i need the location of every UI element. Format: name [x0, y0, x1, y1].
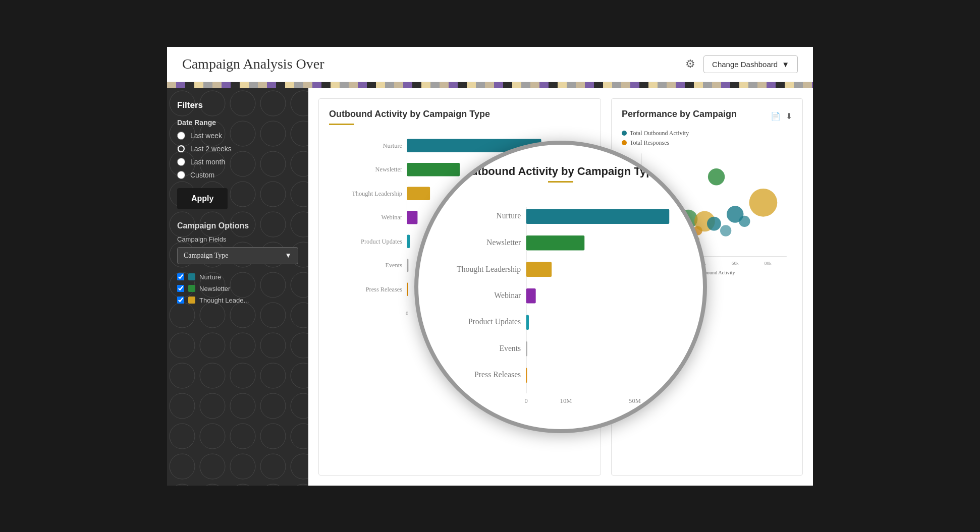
- responses-legend-dot: [622, 140, 627, 145]
- svg-point-51: [648, 238, 653, 242]
- chart-icon-group: 📄 ⬇: [771, 111, 792, 121]
- scatter-chart-card: Performance by Campaign 📄 ⬇ Total Outbou…: [611, 98, 803, 476]
- filters-title: Filters: [177, 100, 298, 110]
- bar-chart-card: Outbound Activity by Campaign Type Nurtu…: [318, 98, 601, 476]
- svg-rect-9: [407, 162, 460, 176]
- svg-rect-11: [407, 210, 418, 224]
- radio-last-month[interactable]: Last month: [177, 158, 298, 166]
- main-content: Outbound Activity by Campaign Type Nurtu…: [308, 88, 813, 486]
- bar-chart: Nurture Newsletter Thought Leadership We…: [329, 133, 590, 325]
- scatter-chart-header: Performance by Campaign 📄 ⬇: [622, 109, 792, 124]
- main-window: Campaign Analysis Over ⚙ Change Dashboar…: [167, 47, 813, 486]
- gear-button[interactable]: ⚙: [685, 57, 695, 71]
- change-dashboard-button[interactable]: Change Dashboard ▼: [703, 55, 798, 73]
- svg-text:40k: 40k: [699, 261, 706, 266]
- thought-leadership-color-swatch: [188, 297, 195, 304]
- svg-point-30: [708, 168, 725, 185]
- svg-point-43: [707, 216, 721, 230]
- page-title: Campaign Analysis Over: [182, 56, 324, 72]
- svg-text:Press Releases: Press Releases: [366, 285, 403, 292]
- bar-chart-title: Outbound Activity by Campaign Type: [329, 109, 590, 120]
- svg-point-47: [660, 247, 670, 257]
- dropdown-chevron-icon: ▼: [285, 252, 292, 260]
- svg-text:Webinar: Webinar: [381, 214, 402, 221]
- newsletter-color-swatch: [188, 285, 195, 292]
- svg-point-52: [655, 229, 661, 234]
- scatter-chart-title: Performance by Campaign: [622, 109, 737, 120]
- svg-text:80k: 80k: [765, 261, 772, 266]
- svg-rect-13: [407, 258, 409, 272]
- radio-custom[interactable]: Custom: [177, 171, 298, 179]
- svg-text:Thought Leadership: Thought Leadership: [352, 190, 402, 197]
- svg-point-49: [671, 234, 686, 250]
- svg-text:10M: 10M: [449, 311, 459, 316]
- date-range-label: Date Range: [177, 119, 298, 127]
- svg-point-45: [720, 225, 731, 236]
- svg-point-54: [739, 215, 750, 226]
- svg-point-44: [749, 188, 778, 216]
- legend-responses: Total Responses: [622, 139, 792, 147]
- svg-point-46: [649, 241, 662, 254]
- decorative-bar: [167, 82, 813, 88]
- svg-text:0: 0: [406, 311, 408, 316]
- scatter-chart-svg: 0 1k 2k 0 20k 40k 60k 80k Total Inbound …: [622, 149, 792, 280]
- date-range-group: Last week Last 2 weeks Last month Custom: [177, 132, 298, 179]
- nurture-color-swatch: [188, 273, 195, 280]
- checkbox-thought-leadership[interactable]: Thought Leade...: [177, 297, 298, 304]
- svg-rect-14: [407, 282, 408, 296]
- svg-text:60k: 60k: [732, 261, 739, 266]
- svg-rect-12: [407, 234, 410, 248]
- header: Campaign Analysis Over ⚙ Change Dashboar…: [167, 47, 813, 82]
- svg-text:60M: 60M: [536, 311, 547, 316]
- svg-rect-10: [407, 187, 430, 200]
- svg-text:20k: 20k: [666, 261, 673, 266]
- content-area: Filters Date Range Last week Last 2 week…: [167, 88, 813, 486]
- campaign-checkbox-list: Nurture Newsletter Thought Leade...: [177, 273, 298, 304]
- header-actions: ⚙ Change Dashboard ▼: [685, 55, 798, 73]
- campaign-options-title: Campaign Options: [177, 221, 298, 230]
- svg-point-50: [691, 235, 699, 244]
- download-icon-button[interactable]: ⬇: [786, 111, 792, 121]
- bar-chart-svg: Nurture Newsletter Thought Leadership We…: [329, 133, 590, 325]
- svg-text:0: 0: [637, 253, 640, 258]
- svg-text:50M: 50M: [517, 311, 527, 316]
- charts-row: Outbound Activity by Campaign Type Nurtu…: [318, 98, 803, 476]
- svg-text:1k: 1k: [635, 222, 640, 227]
- svg-text:Nurture: Nurture: [383, 142, 403, 149]
- bar-chart-underline: [329, 124, 354, 125]
- svg-text:Newsletter: Newsletter: [375, 166, 402, 173]
- svg-text:Product Updates: Product Updates: [361, 238, 402, 245]
- svg-text:0: 0: [640, 261, 643, 266]
- checkbox-newsletter[interactable]: Newsletter: [177, 285, 298, 292]
- svg-point-37: [660, 225, 665, 231]
- campaign-type-dropdown[interactable]: Campaign Type ▼: [177, 247, 298, 264]
- legend-outbound: Total Outbound Activity: [622, 130, 792, 137]
- svg-point-35: [651, 228, 656, 232]
- checkbox-nurture[interactable]: Nurture: [177, 273, 298, 281]
- svg-rect-8: [407, 139, 541, 152]
- campaign-fields-label: Campaign Fields: [177, 235, 298, 243]
- sidebar: Filters Date Range Last week Last 2 week…: [167, 88, 308, 486]
- svg-text:Total Inbound Activity: Total Inbound Activity: [688, 269, 736, 275]
- chevron-down-icon: ▼: [782, 60, 789, 69]
- outbound-legend-dot: [622, 131, 627, 136]
- apply-button[interactable]: Apply: [177, 188, 228, 209]
- document-icon-button[interactable]: 📄: [771, 111, 781, 121]
- radio-last-week[interactable]: Last week: [177, 132, 298, 140]
- svg-text:Events: Events: [385, 262, 402, 269]
- radio-last-2-weeks[interactable]: Last 2 weeks: [177, 145, 298, 153]
- svg-text:2k: 2k: [635, 191, 640, 196]
